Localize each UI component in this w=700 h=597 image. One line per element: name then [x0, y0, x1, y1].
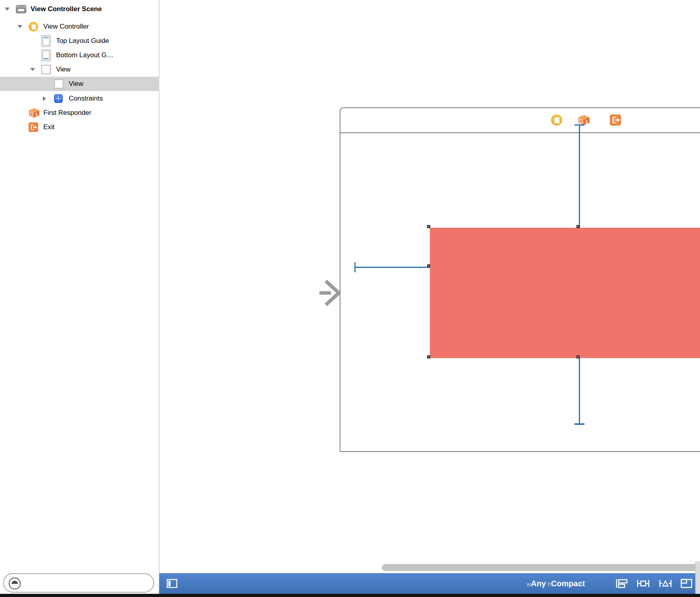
horizontal-scrollbar[interactable] [382, 564, 700, 571]
initial-view-controller-arrow[interactable] [319, 278, 342, 308]
outline-row-top-layout-guide[interactable]: Top Layout Guide [0, 34, 159, 48]
resolve-auto-layout-icon[interactable] [658, 578, 673, 589]
width-class-value: Any [531, 579, 546, 588]
align-icon[interactable] [615, 578, 628, 589]
document-outline-panel: View Controller SceneView ControllerTop … [0, 0, 159, 594]
outline-label: Constraints [69, 91, 103, 106]
scene-dock: 1 [340, 108, 700, 133]
view-icon [54, 79, 64, 89]
view-icon [41, 65, 51, 74]
outline-toggle-icon[interactable] [166, 579, 178, 590]
svg-text:1: 1 [35, 112, 38, 117]
view-controller-icon [29, 22, 38, 31]
constraint-leading-space[interactable] [354, 267, 430, 268]
constraint-top-cap [574, 124, 584, 126]
size-class-bar: wAny hCompact [159, 573, 700, 594]
outline-label: View [56, 62, 71, 77]
outline-label: Bottom Layout G… [56, 48, 114, 62]
filter-field[interactable] [3, 573, 154, 593]
outline-row-view[interactable]: View [0, 62, 159, 77]
selected-view[interactable] [430, 228, 700, 358]
constraints-icon [54, 94, 63, 103]
pin-icon[interactable] [636, 578, 651, 589]
scrollbar-corner [695, 561, 700, 594]
exit-icon [29, 122, 38, 132]
scene-icon [16, 5, 26, 14]
outline-label: Exit [43, 120, 54, 134]
outline-row-exit[interactable]: Exit [0, 120, 159, 134]
disclosure-right-icon[interactable] [43, 96, 46, 101]
constraint-bottom-cap [574, 423, 584, 425]
resize-handle-top-left[interactable] [427, 225, 430, 228]
constraint-top-space[interactable] [579, 124, 580, 228]
bottom-layout-guide-icon [41, 49, 51, 61]
disclosure-down-icon[interactable] [17, 25, 22, 28]
filter-icon[interactable] [9, 578, 21, 589]
resize-handle-bottom-left[interactable] [427, 355, 430, 359]
window-bottom-edge [0, 594, 700, 597]
outline-label: First Responder [43, 106, 91, 120]
outline-row-view[interactable]: View [0, 77, 159, 91]
outline-label: View [69, 77, 83, 91]
constraint-bottom-space[interactable] [579, 358, 580, 424]
resizing-behavior-icon[interactable] [680, 578, 693, 589]
first-responder-icon: 1 [29, 108, 40, 118]
outline-label: View Controller [43, 19, 89, 34]
outline-row-view-controller[interactable]: View Controller [0, 19, 159, 34]
size-class-control[interactable]: wAny hCompact [496, 573, 615, 594]
outline-row-constraints[interactable]: Constraints [0, 91, 159, 106]
outline-row-first-responder[interactable]: 1First Responder [0, 106, 159, 120]
disclosure-down-icon[interactable] [30, 68, 35, 71]
resize-handle-bottom-center[interactable] [576, 355, 580, 359]
first-responder-icon[interactable]: 1 [578, 114, 590, 126]
height-class-value: Compact [551, 579, 585, 588]
view-controller-icon[interactable] [551, 114, 562, 126]
storyboard-canvas[interactable]: 1 [159, 0, 700, 573]
constraint-leading-cap [354, 262, 356, 272]
view-controller-scene[interactable]: 1 [340, 107, 700, 452]
outline-row-view-controller-scene[interactable]: View Controller Scene [0, 2, 159, 16]
outline-row-bottom-layout-g[interactable]: Bottom Layout G… [0, 48, 159, 62]
exit-icon[interactable] [610, 114, 621, 126]
outline-label: Top Layout Guide [56, 34, 109, 48]
resize-handle-top-center[interactable] [576, 225, 580, 228]
width-class-label: w [526, 581, 531, 587]
resize-handle-middle-left[interactable] [427, 264, 430, 267]
svg-text:1: 1 [585, 119, 588, 124]
height-class-label: h [548, 581, 551, 587]
disclosure-down-icon[interactable] [5, 8, 10, 11]
outline-label: View Controller Scene [31, 2, 102, 16]
top-layout-guide-icon [41, 35, 51, 47]
